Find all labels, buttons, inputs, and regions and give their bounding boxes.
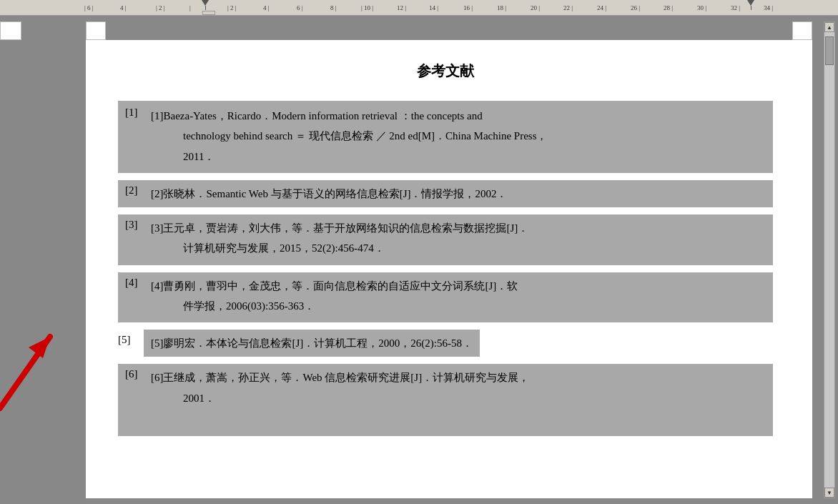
right-scrollbar[interactable]: ▲ ▼: [824, 21, 835, 498]
ref-item-6-cont: 2001．: [118, 389, 773, 415]
ref-trailing-block: [118, 415, 773, 436]
ruler-tick: 4 |: [120, 4, 127, 11]
ref-item-3-cont: 计算机研究与发展，2015，52(2):456-474．: [118, 239, 773, 265]
ref-item-1-cont: technology behind search ＝ 现代信息检索 ／ 2nd …: [118, 127, 773, 147]
ref-item-4-cont: 件学报，2006(03):356-363．: [118, 297, 773, 322]
scroll-down-button[interactable]: ▼: [824, 488, 834, 498]
ruler-inner: | 6 | 4 | | 2 | | | 2 | 4 | 6 | 8 | | 10…: [0, 0, 838, 15]
ruler-tick: 12 |: [397, 4, 406, 11]
ref-number-4: [4]: [125, 277, 151, 295]
ref-item-1-cont2: 2011．: [118, 147, 773, 173]
ref-text-6: [6]王继成，萧嵩，孙正兴，等．Web 信息检索研究进展[J]．计算机研究与发展…: [151, 368, 529, 387]
ref-item-6: [6] [6]王继成，萧嵩，孙正兴，等．Web 信息检索研究进展[J]．计算机研…: [118, 364, 773, 388]
reference-list: [1] [1]Baeza-Yates，Ricardo．Modern inform…: [118, 101, 773, 436]
document-page: 参考文献 [1] [1]Baeza-Yates，Ricardo．Modern i…: [86, 40, 812, 498]
ruler-cursor[interactable]: [202, 0, 209, 10]
ruler-tick: 6 |: [297, 4, 303, 11]
ref-text-6-cont: 2001．: [183, 392, 215, 404]
ruler-tick: 22 |: [563, 4, 573, 11]
ref-item-1: [1] [1]Baeza-Yates，Ricardo．Modern inform…: [118, 101, 773, 127]
ruler: | 6 | 4 | | 2 | | | 2 | 4 | 6 | 8 | | 10…: [0, 0, 838, 16]
ruler-center-tab: [202, 11, 215, 15]
scrollbar-thumb[interactable]: [825, 36, 834, 65]
ruler-tick: 20 |: [531, 4, 540, 11]
ruler-tick: 14 |: [429, 4, 438, 11]
ruler-tick: 18 |: [497, 4, 506, 11]
ruler-tick: 26 |: [631, 4, 640, 11]
ref-item-4: [4] [4]曹勇刚，曹羽中，金茂忠，等．面向信息检索的自适应中文分词系统[J]…: [118, 272, 773, 297]
ref-text-2: [2]张晓林．Semantic Web 与基于语义的网络信息检索[J]．情报学报…: [151, 184, 507, 203]
page-top-right: [792, 21, 812, 40]
ruler-tick: 32 |: [731, 4, 740, 11]
red-arrow: [0, 330, 64, 425]
main-area: 参考文献 [1] [1]Baeza-Yates，Ricardo．Modern i…: [0, 16, 838, 504]
ruler-tick: 24 |: [597, 4, 606, 11]
page-corners-row: [86, 16, 824, 40]
ref-text-1-cont: technology behind search ＝ 现代信息检索 ／ 2nd …: [183, 130, 548, 142]
scroll-down-icon: ▼: [827, 490, 832, 496]
ruler-tick: 8 |: [330, 4, 337, 11]
ref-number-5: [5]: [118, 330, 144, 357]
ruler-tick: | 10 |: [361, 4, 373, 11]
ref-number-6: [6]: [125, 368, 151, 387]
page-corner-left: [0, 21, 21, 40]
ref-item-3: [3] [3]王元卓，贾岩涛，刘大伟，等．基于开放网络知识的信息检索与数据挖掘[…: [118, 214, 773, 239]
left-panel: [0, 16, 86, 504]
ref-text-5: [5]廖明宏．本体论与信息检索[J]．计算机工程，2000，26(2):56-5…: [144, 330, 480, 357]
ruler-tick: 4 |: [263, 4, 270, 11]
ref-number-2: [2]: [125, 184, 151, 203]
ref-number-1: [1]: [125, 107, 151, 125]
ruler-tick: | 6 |: [84, 4, 94, 11]
ref-text-4-cont: 件学报，2006(03):356-363．: [183, 300, 315, 312]
document-container: 参考文献 [1] [1]Baeza-Yates，Ricardo．Modern i…: [86, 16, 824, 504]
document-title: 参考文献: [118, 61, 773, 81]
ref-text-1-cont2: 2011．: [183, 151, 215, 162]
ref-item-5: [5] [5]廖明宏．本体论与信息检索[J]．计算机工程，2000，26(2):…: [118, 330, 773, 357]
ref-number-3: [3]: [125, 219, 151, 237]
ref-text-1: [1]Baeza-Yates，Ricardo．Modern informatio…: [151, 107, 483, 125]
ruler-tick: | 2 |: [227, 4, 237, 11]
ruler-tick: 28 |: [664, 4, 673, 11]
ruler-tick: 16 |: [463, 4, 473, 11]
ref-text-3: [3]王元卓，贾岩涛，刘大伟，等．基于开放网络知识的信息检索与数据挖掘[J]．: [151, 219, 528, 237]
scroll-up-icon: ▲: [827, 24, 832, 31]
scroll-up-button[interactable]: ▲: [824, 22, 834, 32]
svg-marker-1: [29, 337, 50, 358]
ref-text-4: [4]曹勇刚，曹羽中，金茂忠，等．面向信息检索的自适应中文分词系统[J]．软: [151, 277, 518, 295]
ruler-cursor-2[interactable]: [747, 0, 754, 10]
ruler-tick: 30 |: [697, 4, 706, 11]
ref-item-2: [2] [2]张晓林．Semantic Web 与基于语义的网络信息检索[J]．…: [118, 180, 773, 207]
ruler-tick: 34 |: [764, 4, 773, 11]
ref-text-3-cont: 计算机研究与发展，2015，52(2):456-474．: [183, 242, 385, 254]
page-top-left: [86, 21, 106, 40]
ruler-tick: | 2 |: [156, 4, 165, 11]
ruler-tick: |: [189, 4, 191, 11]
